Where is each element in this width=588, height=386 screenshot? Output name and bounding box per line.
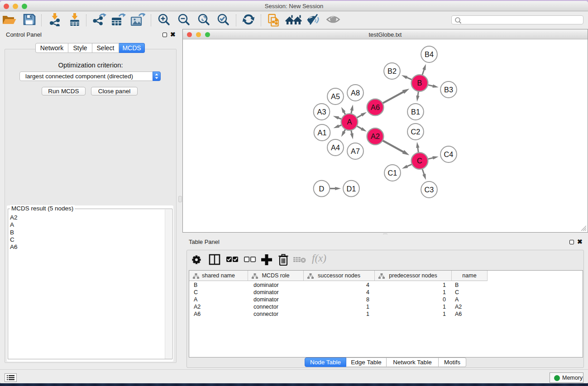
svg-text:A8: A8 (351, 89, 360, 97)
svg-text:A3: A3 (317, 108, 326, 116)
svg-text:A1: A1 (318, 129, 327, 137)
svg-text:B1: B1 (411, 108, 420, 116)
svg-text:A: A (347, 118, 352, 126)
svg-text:D1: D1 (347, 185, 356, 193)
svg-text:A6: A6 (371, 103, 380, 111)
svg-text:C4: C4 (444, 150, 454, 158)
svg-text:C1: C1 (388, 169, 397, 177)
svg-text:A5: A5 (331, 92, 340, 100)
svg-text:B3: B3 (444, 86, 453, 94)
svg-text:B: B (417, 79, 422, 87)
svg-text:B2: B2 (387, 67, 397, 75)
svg-text:B4: B4 (425, 50, 434, 58)
svg-text:C: C (417, 157, 422, 165)
svg-text:A7: A7 (351, 147, 360, 155)
svg-text:C2: C2 (411, 128, 421, 136)
svg-text:A4: A4 (331, 143, 340, 152)
svg-text:A2: A2 (371, 132, 380, 140)
svg-text:C3: C3 (425, 186, 434, 194)
svg-text:D: D (319, 185, 325, 193)
